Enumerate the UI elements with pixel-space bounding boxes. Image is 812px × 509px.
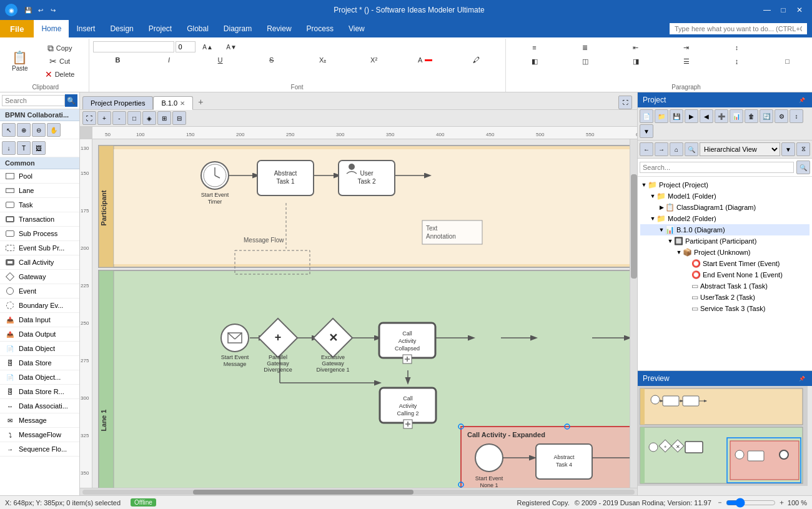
menu-view[interactable]: View: [341, 20, 372, 37]
font-color-button[interactable]: A: [400, 54, 450, 66]
diagram-canvas[interactable]: Participant Lane 1: [92, 139, 637, 488]
zoom-fit-button[interactable]: ⛶: [82, 111, 96, 125]
zoom-in-button[interactable]: +: [97, 111, 111, 125]
canvas-scroll[interactable]: 50 100 150 200 250 300 350 400 450 500 5…: [80, 127, 637, 488]
tree-project[interactable]: ▼ 📁 Project (Project): [640, 179, 810, 190]
sidebar-item-data-object-ref[interactable]: 📄 Data Object...: [0, 370, 79, 385]
tree-expand-model2[interactable]: ▼: [649, 215, 656, 222]
sidebar-search-button[interactable]: 🔍: [65, 94, 77, 107]
ptb-delete[interactable]: 🗑: [745, 109, 758, 123]
ptb-add-diagram[interactable]: 📊: [730, 109, 743, 123]
italic-button[interactable]: I: [144, 54, 194, 66]
list-unordered-button[interactable]: ≡: [510, 41, 560, 54]
strikethrough-button[interactable]: S: [247, 54, 297, 66]
sidebar-item-event-subprocess[interactable]: Event Sub Pr...: [0, 241, 79, 255]
tool-zoom-out[interactable]: ⊖: [32, 123, 46, 137]
quick-undo[interactable]: ↩: [35, 4, 46, 16]
superscript-button[interactable]: X²: [349, 54, 399, 66]
subscript-button[interactable]: X₂: [298, 54, 348, 66]
tree-expand-projunk[interactable]: ▼: [675, 249, 683, 255]
sidebar-item-data-store[interactable]: 🗄 Data Store: [0, 356, 79, 370]
zoom-in-icon[interactable]: ＋: [778, 498, 785, 507]
ptb-home[interactable]: ⌂: [670, 142, 683, 156]
tree-view[interactable]: ▼ 📁 Project (Project) ▼ 📁 Model1 (Folder…: [638, 177, 812, 370]
quick-redo[interactable]: ↪: [47, 4, 59, 16]
tree-project-unknown[interactable]: ▼ 📦 Project (Unknown): [640, 247, 810, 258]
tree-participant[interactable]: ▼ 🔲 Participant (Participant): [640, 235, 810, 247]
tab-project-properties[interactable]: Project Properties: [82, 96, 153, 109]
align-justify-button[interactable]: ☰: [661, 55, 711, 67]
tree-search-input[interactable]: [640, 162, 794, 173]
font-grow-button[interactable]: A▲: [197, 41, 219, 52]
tree-expand-classdiag[interactable]: ▶: [658, 204, 665, 210]
tree-usertask2[interactable]: ▭ UserTask 2 (Task): [640, 292, 810, 303]
sidebar-item-gateway[interactable]: Gateway: [0, 270, 79, 284]
tree-b10[interactable]: ▼ 📊 B.1.0 (Diagram): [640, 224, 810, 235]
menu-design[interactable]: Design: [102, 20, 141, 37]
tree-expand-participant[interactable]: ▼: [666, 238, 674, 244]
tab-b10-close[interactable]: ✕: [180, 100, 185, 107]
tree-search-btn[interactable]: 🔍: [796, 161, 810, 174]
hierarchical-view-select[interactable]: Hierarchical View Flat View Sorted View: [700, 142, 780, 156]
sidebar-item-boundary-event[interactable]: Boundary Ev...: [0, 299, 79, 313]
ptb-search2[interactable]: 🔍: [685, 142, 698, 156]
sidebar-item-transaction[interactable]: Transaction: [0, 212, 79, 227]
highlight-button[interactable]: 🖍: [452, 54, 502, 66]
snap-button[interactable]: ⊟: [172, 111, 186, 125]
overview-button[interactable]: □: [127, 111, 141, 125]
ptb-filter-btn[interactable]: ▼: [640, 124, 653, 138]
tool-zoom-in[interactable]: ⊕: [17, 123, 31, 137]
preview-pin-button[interactable]: 📌: [797, 373, 807, 383]
line-spacing-button[interactable]: ↨: [712, 55, 762, 67]
sidebar-item-call-activity[interactable]: Call Activity: [0, 255, 79, 270]
menu-project[interactable]: Project: [141, 20, 179, 37]
menu-insert[interactable]: Insert: [69, 20, 102, 37]
menu-diagram[interactable]: Diagram: [216, 20, 259, 37]
tool-text[interactable]: T: [17, 141, 31, 155]
zoom-out-button[interactable]: -: [112, 111, 126, 125]
align-right-button[interactable]: ◨: [611, 55, 661, 67]
align-center-button[interactable]: ◫: [560, 55, 610, 67]
cut-button[interactable]: ✂ Cut: [35, 55, 85, 67]
sidebar-item-event[interactable]: Event: [0, 284, 79, 299]
border-button[interactable]: □: [763, 55, 812, 67]
menu-file[interactable]: File: [0, 20, 34, 37]
ptb-save[interactable]: 💾: [670, 109, 683, 123]
tree-expand-b10[interactable]: ▼: [658, 227, 665, 233]
tree-start-timer[interactable]: ⭕ Start Event Timer (Event): [640, 258, 810, 269]
sidebar-search-input[interactable]: [2, 95, 65, 106]
tool-image[interactable]: 🖼: [32, 141, 46, 155]
tree-expand-model1[interactable]: ▼: [649, 193, 656, 199]
tree-model2[interactable]: ▼ 📁 Model2 (Folder): [640, 213, 810, 224]
indent-button[interactable]: ⇥: [661, 41, 711, 54]
sidebar-item-message[interactable]: ✉ Message: [0, 413, 79, 428]
ptb-sort[interactable]: ↕: [790, 109, 803, 123]
ptb-expand[interactable]: ▶: [685, 109, 698, 123]
grid-button[interactable]: ⊞: [157, 111, 171, 125]
sidebar-item-msgflow[interactable]: ⤵ MessageFlow: [0, 428, 79, 442]
ptb-new[interactable]: 📄: [640, 109, 653, 123]
outdent-button[interactable]: ⇤: [611, 41, 661, 54]
tree-service-task3[interactable]: ▭ Service Task 3 (Task): [640, 303, 810, 314]
copy-button[interactable]: ⧉ Copy: [35, 42, 85, 54]
font-size-input[interactable]: [176, 41, 196, 52]
delete-button[interactable]: ✕ Delete: [35, 68, 85, 81]
tree-model1[interactable]: ▼ 📁 Model1 (Folder): [640, 190, 810, 202]
sidebar-item-seqflow[interactable]: → Sequence Flo...: [0, 442, 79, 457]
horizontal-scroll-thumb[interactable]: [193, 490, 414, 495]
align-left-button[interactable]: ◧: [510, 55, 560, 67]
canvas-fit-button[interactable]: ⛶: [618, 96, 632, 109]
menu-process[interactable]: Process: [299, 20, 341, 37]
vertical-scroll-thumb[interactable]: [631, 174, 637, 279]
tab-b10[interactable]: B.1.0 ✕: [153, 96, 193, 110]
underline-button[interactable]: U: [196, 54, 245, 66]
tool-pan[interactable]: ✋: [47, 123, 61, 137]
panel-pin-button[interactable]: 📌: [797, 95, 807, 105]
ptb-open[interactable]: 📁: [655, 109, 668, 123]
sidebar-item-data-store-ref[interactable]: 🗄 Data Store R...: [0, 385, 79, 399]
quick-save[interactable]: 💾: [22, 4, 34, 16]
zoom-slider[interactable]: [726, 498, 776, 508]
list-ordered-button[interactable]: ≣: [560, 41, 610, 54]
vertical-scrollbar[interactable]: [630, 139, 637, 488]
maximize-button[interactable]: □: [776, 4, 791, 16]
